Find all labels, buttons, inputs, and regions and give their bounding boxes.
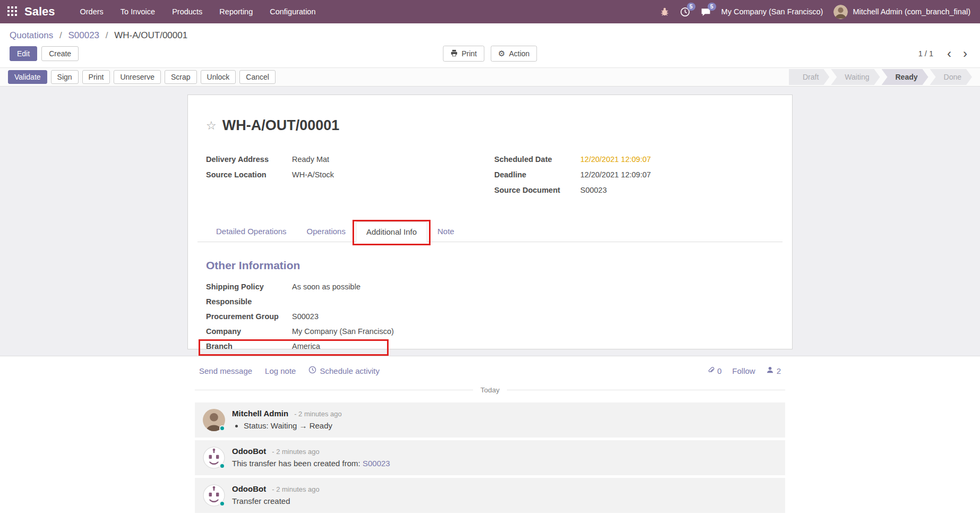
edit-button[interactable]: Edit	[10, 46, 37, 61]
apps-menu-icon[interactable]	[7, 6, 18, 17]
attachments-button[interactable]: 0	[707, 366, 721, 375]
debug-icon[interactable]	[660, 7, 669, 16]
source-location-value[interactable]: WH-A/Stock	[292, 170, 334, 181]
breadcrumb-current: WH-A/OUT/00001	[114, 30, 187, 40]
field-label: Company	[206, 327, 292, 337]
form-sheet: ☆ WH-A/OUT/00001 Delivery Address Ready …	[187, 95, 793, 349]
menu-to-invoice[interactable]: To Invoice	[114, 4, 162, 20]
message-body: This transfer has been created from: S00…	[232, 459, 390, 468]
systray: 5 5 My Company (San Francisco) Mitchell …	[660, 5, 970, 19]
delivery-address-value[interactable]: Ready Mat	[292, 155, 329, 165]
send-message-button[interactable]: Send message	[199, 366, 252, 375]
field-source-document: Source Document S00023	[494, 186, 783, 196]
date-divider: Today	[195, 386, 785, 394]
tab-operations[interactable]: Operations	[297, 221, 356, 242]
online-dot	[219, 501, 225, 507]
validate-button[interactable]: Validate	[8, 70, 47, 84]
app-name[interactable]: Sales	[24, 5, 55, 19]
field-label: Responsible	[206, 297, 292, 307]
avatar-odoobot	[203, 447, 225, 469]
messages-icon[interactable]: 5	[701, 7, 711, 17]
log-note-button[interactable]: Log note	[265, 366, 296, 375]
avatar-mitchell	[203, 409, 225, 431]
tab-detailed-operations[interactable]: Detailed Operations	[206, 221, 297, 242]
tab-additional-info[interactable]: Additional Info	[356, 221, 427, 242]
attachments-count: 0	[717, 366, 721, 375]
favorite-star-icon[interactable]: ☆	[206, 120, 217, 132]
message-item: Mitchell Admin - 2 minutes ago Status: W…	[195, 402, 785, 438]
company-switcher[interactable]: My Company (San Francisco)	[721, 7, 823, 16]
section-other-information: Other Information	[197, 259, 783, 272]
field-label: Shipping Policy	[206, 282, 292, 293]
followers-button[interactable]: 2	[766, 366, 781, 375]
scheduled-date-value: 12/20/2021 12:09:07	[580, 155, 651, 165]
procurement-group-value[interactable]: S00023	[292, 312, 319, 322]
sign-button[interactable]: Sign	[51, 70, 79, 84]
follow-button[interactable]: Follow	[732, 366, 755, 375]
chatter: Send message Log note Schedule activity …	[0, 356, 980, 513]
print-statusbar-button[interactable]: Print	[82, 70, 110, 84]
unlock-button[interactable]: Unlock	[201, 70, 236, 84]
field-branch: Branch America	[206, 342, 783, 352]
message-time: - 2 minutes ago	[272, 485, 320, 493]
field-label: Scheduled Date	[494, 155, 580, 165]
field-label: Branch	[206, 342, 292, 352]
left-field-group: Delivery Address Ready Mat Source Locati…	[206, 155, 494, 201]
gear-icon: ⚙	[498, 49, 505, 58]
menu-reporting[interactable]: Reporting	[212, 4, 260, 20]
unreserve-button[interactable]: Unreserve	[114, 70, 161, 84]
create-button[interactable]: Create	[41, 46, 79, 61]
message-item: OdooBot - 2 minutes ago This transfer ha…	[195, 440, 785, 475]
avatar-odoobot	[203, 484, 225, 507]
online-dot	[219, 425, 225, 431]
control-panel: Edit Create Print ⚙ Action 1 / 1 ‹ ›	[0, 42, 980, 67]
company-value[interactable]: My Company (San Francisco)	[292, 327, 394, 337]
menu-products[interactable]: Products	[165, 4, 209, 20]
record-title: WH-A/OUT/00001	[222, 117, 340, 134]
field-label: Source Location	[206, 170, 292, 181]
breadcrumb-separator: /	[59, 30, 62, 40]
tab-note[interactable]: Note	[427, 221, 465, 242]
pager-next-icon[interactable]: ›	[960, 49, 970, 58]
stage-done[interactable]: Done	[930, 69, 972, 85]
menu-orders[interactable]: Orders	[73, 4, 110, 20]
cancel-button[interactable]: Cancel	[239, 70, 276, 84]
field-procurement-group: Procurement Group S00023	[206, 312, 783, 322]
activities-badge: 5	[687, 3, 695, 11]
online-dot	[219, 463, 225, 469]
message-time: - 2 minutes ago	[294, 410, 342, 418]
message-record-link[interactable]: S00023	[363, 459, 390, 468]
deadline-value: 12/20/2021 12:09:07	[580, 170, 651, 181]
field-source-location: Source Location WH-A/Stock	[206, 170, 494, 181]
source-document-value: S00023	[580, 186, 607, 196]
field-label: Procurement Group	[206, 312, 292, 322]
print-button[interactable]: Print	[443, 46, 484, 62]
field-label: Source Document	[494, 186, 580, 196]
field-company: Company My Company (San Francisco)	[206, 327, 783, 337]
pager-previous-icon[interactable]: ‹	[944, 49, 955, 58]
user-menu[interactable]: Mitchell Admin (com_branch_final)	[833, 5, 970, 19]
field-responsible: Responsible	[206, 297, 783, 307]
stage-waiting[interactable]: Waiting	[831, 69, 880, 85]
scrap-button[interactable]: Scrap	[165, 70, 197, 84]
breadcrumb-separator: /	[106, 30, 108, 40]
right-field-group: Scheduled Date 12/20/2021 12:09:07 Deadl…	[494, 155, 783, 201]
stage-ready[interactable]: Ready	[882, 69, 929, 85]
breadcrumb-quotations[interactable]: Quotations	[10, 30, 53, 40]
message-author[interactable]: Mitchell Admin	[232, 409, 288, 418]
schedule-activity-button[interactable]: Schedule activity	[308, 366, 380, 375]
notebook-tabs: Detailed Operations Operations Additiona…	[197, 221, 783, 242]
form-view: ☆ WH-A/OUT/00001 Delivery Address Ready …	[0, 87, 980, 356]
activities-icon[interactable]: 5	[680, 7, 690, 17]
stage-draft[interactable]: Draft	[789, 69, 829, 85]
menu-configuration[interactable]: Configuration	[263, 4, 322, 20]
message-time: - 2 minutes ago	[272, 448, 320, 456]
field-shipping-policy: Shipping Policy As soon as possible	[206, 282, 783, 293]
message-author[interactable]: OdooBot	[232, 447, 266, 456]
message-body: Status: Waiting → Ready	[244, 421, 342, 430]
message-author[interactable]: OdooBot	[232, 484, 266, 493]
branch-value[interactable]: America	[292, 342, 320, 352]
messages-badge: 5	[708, 3, 716, 11]
breadcrumb-s00023[interactable]: S00023	[68, 30, 99, 40]
action-button[interactable]: ⚙ Action	[491, 46, 537, 62]
